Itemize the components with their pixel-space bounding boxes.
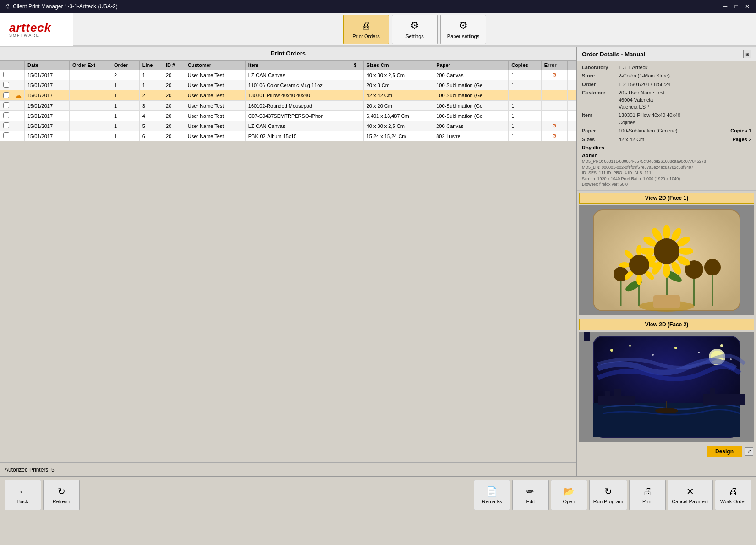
row-checkbox-3[interactable]: [0, 101, 12, 111]
paper-settings-button[interactable]: ⚙ Paper settings: [440, 15, 486, 44]
settings-button[interactable]: ⚙ Settings: [392, 15, 438, 44]
row-customer-6: User Name Test: [185, 131, 245, 141]
table-row[interactable]: 15/01/2017 1 6 20 User Name Test PBK-02-…: [0, 131, 576, 141]
print-orders-button[interactable]: 🖨 Print Orders: [343, 15, 389, 44]
svg-rect-49: [605, 391, 610, 397]
row-checkbox-6[interactable]: [0, 131, 12, 141]
row-dollar-2: [351, 90, 364, 101]
run-program-button[interactable]: ↻ Run Program: [589, 480, 627, 510]
row-order-ext-5: [69, 121, 111, 131]
row-sizes-0: 40 x 30 x 2,5 Cm: [363, 70, 433, 80]
row-icon-6: [12, 131, 25, 141]
col-paper: Paper: [433, 61, 509, 70]
minimize-button[interactable]: ─: [720, 1, 730, 11]
authorized-printers-label: Autorized Printers: 5: [5, 467, 55, 473]
svg-rect-36: [653, 295, 680, 308]
view-face1-section: View 2D (Face 1): [577, 191, 756, 317]
row-id-1: 20: [163, 80, 185, 90]
row-order-ext-6: [69, 131, 111, 141]
row-dollar-1: [351, 80, 364, 90]
row-date-5: 15/01/2017: [25, 121, 70, 131]
paper-settings-icon: ⚙: [459, 20, 468, 32]
row-checkbox-1[interactable]: [0, 80, 12, 90]
row-copies-1: 1: [509, 80, 542, 90]
svg-point-26: [636, 245, 642, 256]
svg-point-25: [654, 238, 679, 264]
row-icon-4: [12, 111, 25, 121]
row-id-5: 20: [163, 121, 185, 131]
open-button[interactable]: 📂 Open: [551, 480, 587, 510]
table-row[interactable]: 15/01/2017 1 5 20 User Name Test LZ-CAN-…: [0, 121, 576, 131]
status-bar: Autorized Printers: 5: [0, 462, 576, 476]
row-id-3: 20: [163, 101, 185, 111]
table-row[interactable]: ☁ 15/01/2017 1 2 20 User Name Test 13030…: [0, 90, 576, 101]
row-sizes-3: 20 x 20 Cm: [363, 101, 433, 111]
row-dollar-4: [351, 111, 364, 121]
work-order-button[interactable]: 🖨 Work Order: [715, 480, 751, 510]
svg-rect-51: [703, 394, 745, 405]
row-item-1: 110106-Color Ceramic Mug 11oz: [245, 80, 351, 90]
row-checkbox-4[interactable]: [0, 111, 12, 121]
open-icon: 📂: [563, 486, 575, 497]
order-details-title: Order Details - Manual ⊞: [577, 47, 756, 61]
row-item-2: 130301-Pillow 40x40 40x40: [245, 90, 351, 101]
table-row[interactable]: 15/01/2017 1 3 20 User Name Test 160102-…: [0, 101, 576, 111]
print-button[interactable]: 🖨 Print: [629, 480, 666, 510]
row-dollar-5: [351, 121, 364, 131]
expand-button[interactable]: ⊞: [743, 50, 751, 58]
printer-icon: 🖨: [361, 20, 371, 32]
expand-corner-button[interactable]: ⤢: [745, 447, 753, 456]
svg-rect-50: [614, 389, 621, 397]
remarks-button[interactable]: 📄 Remarks: [474, 480, 510, 510]
back-button[interactable]: ← Back: [5, 480, 41, 510]
row-order-6: 1: [111, 131, 139, 141]
row-error-1: [541, 80, 567, 90]
row-customer-4: User Name Test: [185, 111, 245, 121]
maximize-button[interactable]: □: [731, 1, 741, 11]
row-id-2: 20: [163, 90, 185, 101]
orders-table-wrapper[interactable]: Date Order Ext Order Line ID # Customer …: [0, 60, 576, 462]
row-customer-1: User Name Test: [185, 80, 245, 90]
row-paper-5: 200-Canvas: [433, 121, 509, 131]
col-order-ext: Order Ext: [69, 61, 111, 70]
row-action-1: [568, 80, 576, 90]
row-date-1: 15/01/2017: [25, 80, 70, 90]
svg-point-12: [704, 259, 721, 275]
row-sizes-1: 20 x 8 Cm: [363, 80, 433, 90]
row-error-6: ⚙: [541, 131, 567, 141]
row-order-4: 1: [111, 111, 139, 121]
row-order-ext-3: [69, 101, 111, 111]
main-content: Print Orders Date Order Ext Order Line I…: [0, 47, 756, 476]
row-id-0: 20: [163, 70, 185, 80]
col-sizes: Sizes Cm: [363, 61, 433, 70]
table-row[interactable]: 15/01/2017 1 1 20 User Name Test 110106-…: [0, 80, 576, 90]
edit-button[interactable]: ✏ Edit: [512, 480, 549, 510]
row-checkbox-5[interactable]: [0, 121, 12, 131]
close-button[interactable]: ✕: [742, 1, 752, 11]
row-error-0: ⚙: [541, 70, 567, 80]
row-item-4: C07-S0437SEMTRPERSO-iPhon: [245, 111, 351, 121]
col-checkbox: [0, 61, 12, 70]
row-icon-2: ☁: [12, 90, 25, 101]
cancel-payment-button[interactable]: ✕ Cancel Payment: [668, 480, 713, 510]
row-line-2: 2: [139, 90, 163, 101]
bottom-toolbar: ← Back ↻ Refresh 📄 Remarks ✏ Edit 📂 Open…: [0, 476, 756, 513]
row-copies-2: 1: [509, 90, 542, 101]
refresh-button[interactable]: ↻ Refresh: [43, 480, 80, 510]
error-icon: ⚙: [552, 72, 557, 77]
row-order-2: 1: [111, 90, 139, 101]
row-order-ext-2: [69, 90, 111, 101]
row-checkbox-2[interactable]: [0, 90, 12, 101]
design-button[interactable]: Design: [707, 446, 742, 457]
table-row[interactable]: 15/01/2017 2 1 20 User Name Test LZ-CAN-…: [0, 70, 576, 80]
row-line-1: 1: [139, 80, 163, 90]
table-row[interactable]: 15/01/2017 1 4 20 User Name Test C07-S04…: [0, 111, 576, 121]
row-line-5: 5: [139, 121, 163, 131]
row-id-6: 20: [163, 131, 185, 141]
print-icon: 🖨: [643, 486, 652, 497]
svg-point-44: [730, 358, 732, 360]
design-area: Design ⤢: [577, 444, 756, 459]
row-checkbox-0[interactable]: [0, 70, 12, 80]
row-item-6: PBK-02-Album 15x15: [245, 131, 351, 141]
row-paper-2: 100-Sublimation (Ge: [433, 90, 509, 101]
